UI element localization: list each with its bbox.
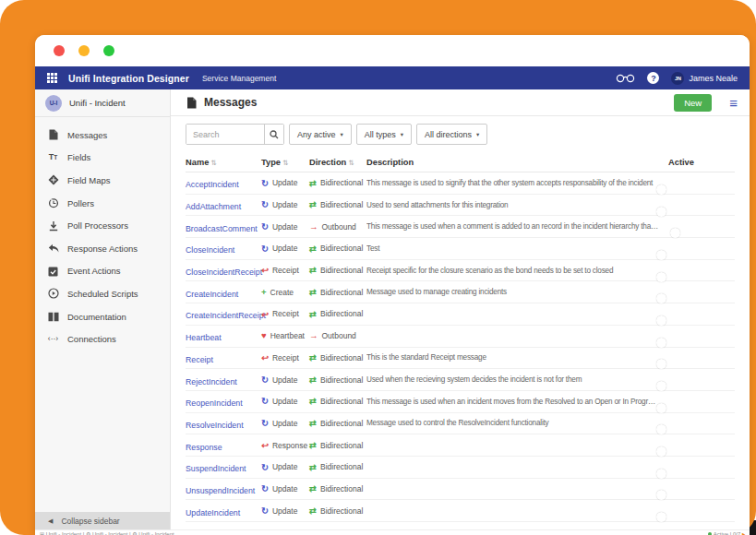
type-label: Create xyxy=(270,288,294,297)
message-name-link[interactable]: AddAttachment xyxy=(186,202,241,211)
direction-label: Bidirectional xyxy=(320,397,363,406)
messages-table: AcceptIncident↻Update⇄BidirectionalThis … xyxy=(186,172,735,522)
sidebar-item-label: Documentation xyxy=(67,312,126,322)
message-name-link[interactable]: UnsuspendIncident xyxy=(186,486,255,495)
search-icon xyxy=(270,130,279,139)
table-row: CloseIncidentReceipt↩Receipt⇄Bidirection… xyxy=(186,260,735,282)
message-name-link[interactable]: UpdateIncident xyxy=(186,508,240,517)
maximize-window-button[interactable] xyxy=(103,45,114,56)
message-name-link[interactable]: ResolveIncident xyxy=(186,421,244,430)
footer-integration-link[interactable]: Unifi - Incident xyxy=(92,531,127,535)
column-header-direction[interactable]: Direction⇅ xyxy=(309,158,366,167)
filter-toolbar: Any active▾All types▾All directions▾ xyxy=(186,124,735,145)
text-fields-icon: TT xyxy=(47,153,59,161)
message-description: This message is used when a comment is a… xyxy=(366,222,666,231)
direction-label: Bidirectional xyxy=(320,288,363,297)
two-way-arrows-icon: ⇄ xyxy=(309,506,317,516)
direction-label: Bidirectional xyxy=(320,462,363,471)
reply-arrow-icon: ↩ xyxy=(261,266,269,275)
integration-profile[interactable]: U-I Unifi - Incident xyxy=(35,89,170,117)
message-name-link[interactable]: Response xyxy=(186,443,222,452)
circular-refresh-icon: ↻ xyxy=(261,200,269,209)
search-button[interactable] xyxy=(264,125,283,144)
sidebar-item-field-maps[interactable]: Field Maps xyxy=(35,169,170,192)
chevron-down-icon: ▾ xyxy=(401,131,403,138)
sidebar-item-pollers[interactable]: Pollers xyxy=(35,192,170,215)
direction-label: Bidirectional xyxy=(320,309,363,318)
message-name-link[interactable]: CloseIncidentReceipt xyxy=(186,268,262,277)
message-name-link[interactable]: CreateIncidentReceipt xyxy=(186,311,266,320)
type-label: Update xyxy=(272,484,297,493)
message-name-link[interactable]: SuspendIncident xyxy=(186,464,246,473)
type-label: Update xyxy=(272,397,297,406)
chevron-down-icon: ▾ xyxy=(476,131,479,138)
message-name-link[interactable]: RejectIncident xyxy=(186,377,237,386)
diamond-arrows-icon xyxy=(47,174,59,185)
two-way-arrows-icon: ⇄ xyxy=(309,397,317,406)
reply-arrow-icon: ↩ xyxy=(261,441,269,450)
filter-all-types[interactable]: All types▾ xyxy=(356,124,412,145)
circular-refresh-icon: ↻ xyxy=(261,419,269,428)
breadcrumb-section[interactable]: Service Management xyxy=(202,74,276,83)
message-name-link[interactable]: Heartbeat xyxy=(186,333,222,342)
circular-refresh-icon: ↻ xyxy=(261,375,269,385)
sidebar-item-connections[interactable]: ‹··›Connections xyxy=(35,327,170,351)
filter-any-active[interactable]: Any active▾ xyxy=(289,124,352,145)
sidebar-item-response-actions[interactable]: Response Actions xyxy=(35,237,170,260)
sidebar-item-documentation[interactable]: Documentation xyxy=(35,305,170,328)
page-title: Messages xyxy=(204,96,257,109)
table-row: AddAttachment↻Update⇄BidirectionalUsed t… xyxy=(186,195,735,217)
two-way-arrows-icon: ⇄ xyxy=(309,288,317,297)
sidebar-item-messages[interactable]: Messages xyxy=(35,124,170,147)
message-name-link[interactable]: BroadcastComment xyxy=(186,224,258,233)
circular-refresh-icon: ↻ xyxy=(261,484,269,493)
type-label: Update xyxy=(272,462,297,471)
message-name-link[interactable]: Receipt xyxy=(186,355,213,364)
message-name-link[interactable]: AcceptIncident xyxy=(186,180,239,189)
sidebar-item-poll-processors[interactable]: Poll Processors xyxy=(35,214,170,237)
footer-integrations[interactable]: ⊞ Unifi - Incident | ⚙ Unifi - Incident … xyxy=(40,530,174,535)
help-icon[interactable]: ? xyxy=(647,72,659,84)
app-title: Unifi Integration Designer xyxy=(68,73,189,84)
message-description: This is the standard Receipt message xyxy=(366,353,666,362)
direction-label: Bidirectional xyxy=(320,353,363,363)
integration-avatar: U-I xyxy=(45,95,62,112)
direction-label: Bidirectional xyxy=(320,200,363,209)
search-input[interactable] xyxy=(186,125,264,144)
circular-refresh-icon: ↻ xyxy=(261,463,269,472)
direction-label: Bidirectional xyxy=(320,375,363,385)
table-header-row: Name⇅Type⇅Direction⇅DescriptionActive xyxy=(186,153,735,172)
sort-icon: ⇅ xyxy=(348,159,354,167)
sidebar-item-event-actions[interactable]: Event Actions xyxy=(35,260,170,283)
app-grid-icon[interactable] xyxy=(47,73,57,83)
type-label: Update xyxy=(272,178,297,187)
message-description: This message is used to signify that the… xyxy=(366,179,666,187)
filter-all-directions[interactable]: All directions▾ xyxy=(416,124,487,145)
user-name: James Neale xyxy=(689,74,738,83)
new-message-button[interactable]: New xyxy=(674,94,712,112)
user-menu[interactable]: JN James Neale xyxy=(671,72,738,85)
list-menu-icon[interactable]: ≡ xyxy=(729,96,738,110)
close-window-button[interactable] xyxy=(54,45,65,56)
collapse-sidebar-button[interactable]: ◀ Collapse sidebar xyxy=(35,512,170,529)
sidebar: U-I Unifi - Incident MessagesTTFieldsFie… xyxy=(35,89,171,529)
sidebar-item-fields[interactable]: TTFields xyxy=(35,147,170,170)
message-name-link[interactable]: ReopenIncident xyxy=(186,398,243,408)
type-label: Receipt xyxy=(272,353,299,363)
reply-arrow-icon: ↩ xyxy=(261,353,269,363)
message-description: Test xyxy=(366,244,666,253)
type-label: Update xyxy=(272,506,297,516)
glasses-icon[interactable] xyxy=(616,73,635,83)
message-name-link[interactable]: CreateIncident xyxy=(186,290,238,299)
column-header-type[interactable]: Type⇅ xyxy=(261,158,309,167)
sidebar-item-scheduled-scripts[interactable]: Scheduled Scripts xyxy=(35,282,170,305)
footer-integration-link[interactable]: Unifi - Incident xyxy=(46,531,81,535)
footer-integration-link[interactable]: Unifi - Incident xyxy=(138,531,174,535)
heart-icon: ♥ xyxy=(261,331,267,340)
search-group xyxy=(186,124,284,145)
message-name-link[interactable]: CloseIncident xyxy=(186,245,234,255)
message-description: Message used to manage creating incident… xyxy=(366,288,666,296)
column-header-name[interactable]: Name⇅ xyxy=(186,158,261,167)
minimize-window-button[interactable] xyxy=(78,45,90,56)
footer-status: Active | 0/7 ▸ xyxy=(708,530,745,535)
